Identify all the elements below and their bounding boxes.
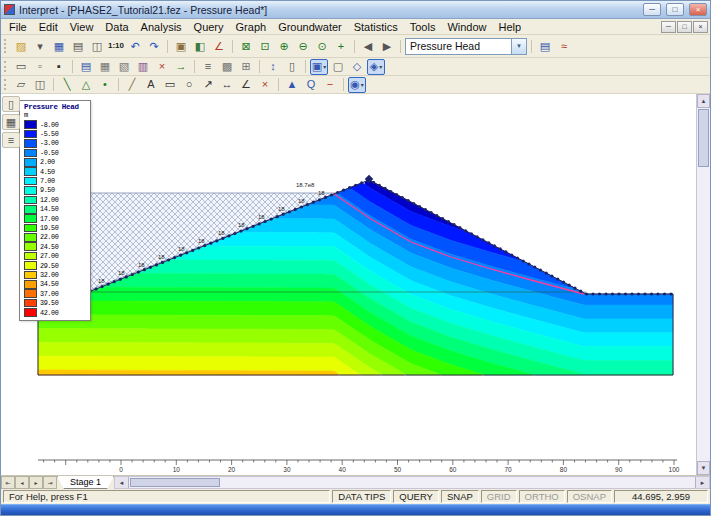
menu-statistics[interactable]: Statistics <box>348 20 404 34</box>
edit-query-button[interactable]: Q <box>302 77 320 93</box>
redo-button[interactable]: ↷ <box>145 38 163 54</box>
draw-text-button[interactable]: A <box>142 77 160 93</box>
new-view-button[interactable]: ▱ <box>12 77 30 93</box>
zoom-actual-button[interactable]: ⊙ <box>313 38 331 54</box>
draw-dimension-button[interactable]: ↔ <box>218 77 236 93</box>
display-options-button[interactable]: ▣▾ <box>310 59 328 75</box>
add-polyline-query-button[interactable]: △ <box>77 77 95 93</box>
combobox-dropdown-icon[interactable]: ▼ <box>511 39 526 54</box>
save-button[interactable]: ▦ <box>50 38 68 54</box>
menu-groundwater[interactable]: Groundwater <box>272 20 348 34</box>
menu-view[interactable]: View <box>64 20 100 34</box>
view-next-button[interactable]: ▶ <box>378 38 396 54</box>
undo-button[interactable]: ↶ <box>126 38 144 54</box>
tab-nav-3[interactable]: ⇥ <box>43 476 57 489</box>
menu-edit[interactable]: Edit <box>33 20 64 34</box>
status-toggle-snap[interactable]: SNAP <box>441 490 479 503</box>
contour-range-button[interactable]: ↕ <box>264 59 282 75</box>
erase-drawing-button[interactable]: × <box>256 77 274 93</box>
child-close-button[interactable]: × <box>693 21 708 33</box>
scroll-right-icon[interactable]: ► <box>695 477 709 488</box>
toggle-ruler-button[interactable]: ⊞ <box>237 59 255 75</box>
sidebar-grid-button[interactable]: ▦ <box>2 114 20 130</box>
view-previous-button[interactable]: ◀ <box>359 38 377 54</box>
snap-options-button[interactable]: ◉▾ <box>348 77 366 93</box>
draw-angle-button[interactable]: ∠ <box>237 77 255 93</box>
draw-pencil-button[interactable]: ╱ <box>123 77 141 93</box>
tab-stage-1[interactable]: Stage 1 <box>57 476 114 489</box>
open-file-button[interactable]: ▨ <box>12 38 30 54</box>
add-line-query-button[interactable]: ╲ <box>58 77 76 93</box>
show-grid-button[interactable]: ▩ <box>218 59 236 75</box>
view-data-combobox[interactable]: Pressure Head▼ <box>405 38 527 55</box>
zoom-window-button[interactable]: ⊡ <box>256 38 274 54</box>
menu-graph[interactable]: Graph <box>230 20 273 34</box>
status-toggle-data-tips[interactable]: DATA TIPS <box>332 490 391 503</box>
copy-button[interactable]: ◫ <box>88 38 106 54</box>
split-view-button[interactable]: ◫ <box>31 77 49 93</box>
stage-options-button[interactable]: ▢ <box>329 59 347 75</box>
show-values-button[interactable]: ≡ <box>199 59 217 75</box>
maximize-button[interactable]: □ <box>666 3 684 16</box>
invert-select-button[interactable]: ▪ <box>50 59 68 75</box>
sidebar-legend-button[interactable]: ▯ <box>2 96 20 112</box>
show-yield-button[interactable]: × <box>153 59 171 75</box>
minimize-button[interactable]: ─ <box>643 3 661 16</box>
child-restore-button[interactable]: □ <box>677 21 692 33</box>
sidebar-info-button[interactable]: ≡ <box>2 132 20 148</box>
menu-query[interactable]: Query <box>188 20 230 34</box>
select-button[interactable]: ▭ <box>12 59 30 75</box>
box-select-button[interactable]: ▫ <box>31 59 49 75</box>
scroll-down-icon[interactable]: ▼ <box>697 461 710 475</box>
print-button[interactable]: ▤ <box>69 38 87 54</box>
draw-rectangle-button[interactable]: ▭ <box>161 77 179 93</box>
show-vectors-button[interactable]: → <box>172 59 190 75</box>
status-toggle-query[interactable]: QUERY <box>393 490 439 503</box>
open-dropdown-button[interactable]: ▾ <box>31 38 49 54</box>
zoom-in-button[interactable]: ⊕ <box>275 38 293 54</box>
contour-options-button[interactable]: ▤ <box>536 38 554 54</box>
menu-data[interactable]: Data <box>99 20 134 34</box>
tab-nav-2[interactable]: ▸ <box>29 476 43 489</box>
add-point-query-button[interactable]: • <box>96 77 114 93</box>
draw-ellipse-button[interactable]: ○ <box>180 77 198 93</box>
close-button[interactable]: × <box>689 3 707 16</box>
show-contours-button[interactable]: ▤ <box>77 59 95 75</box>
draw-arrow-button[interactable]: ↗ <box>199 77 217 93</box>
horizontal-scrollbar[interactable]: ◄ ► <box>114 476 710 489</box>
child-minimize-button[interactable]: ─ <box>661 21 676 33</box>
menu-file[interactable]: File <box>3 20 33 34</box>
status-toggle-grid[interactable]: GRID <box>481 490 517 503</box>
menu-help[interactable]: Help <box>493 20 528 34</box>
zoom-out-button[interactable]: ⊖ <box>294 38 312 54</box>
overlay-options-button[interactable]: ◈▾ <box>367 59 385 75</box>
tab-nav-0[interactable]: ⇤ <box>1 476 15 489</box>
vertical-scroll-track[interactable] <box>697 168 710 461</box>
horizontal-scroll-thumb[interactable] <box>130 478 220 487</box>
menu-analysis[interactable]: Analysis <box>135 20 188 34</box>
menu-window[interactable]: Window <box>441 20 492 34</box>
scroll-up-icon[interactable]: ▲ <box>697 94 710 108</box>
add-query-button[interactable]: ▲ <box>283 77 301 93</box>
tab-nav-1[interactable]: ◂ <box>15 476 29 489</box>
scroll-left-icon[interactable]: ◄ <box>115 477 129 488</box>
export-button[interactable]: ◧ <box>191 38 209 54</box>
toggle-legend-button[interactable]: ▯ <box>283 59 301 75</box>
delete-query-button[interactable]: − <box>321 77 339 93</box>
graph-data-button[interactable]: ≈ <box>555 38 573 54</box>
pan-button[interactable]: + <box>332 38 350 54</box>
zoom-scale-1-10-button[interactable]: 1:10 <box>107 38 125 54</box>
snapshot-button[interactable]: ▣ <box>172 38 190 54</box>
status-toggle-osnap[interactable]: OSNAP <box>567 490 612 503</box>
measure-button[interactable]: ∠ <box>210 38 228 54</box>
vertical-scroll-thumb[interactable] <box>698 109 709 167</box>
show-supports-button[interactable]: ▥ <box>134 59 152 75</box>
vertical-scrollbar[interactable]: ▲ ▼ <box>696 94 710 475</box>
status-toggle-ortho[interactable]: ORTHO <box>519 490 565 503</box>
zoom-extents-button[interactable]: ⊠ <box>237 38 255 54</box>
menu-tools[interactable]: Tools <box>404 20 442 34</box>
show-mesh-button[interactable]: ▦ <box>96 59 114 75</box>
show-boundaries-button[interactable]: ▧ <box>115 59 133 75</box>
stereo-view-button[interactable]: ◇ <box>348 59 366 75</box>
model-view-canvas[interactable]: 181818181818181818181818181818181818.7e8… <box>1 94 698 475</box>
